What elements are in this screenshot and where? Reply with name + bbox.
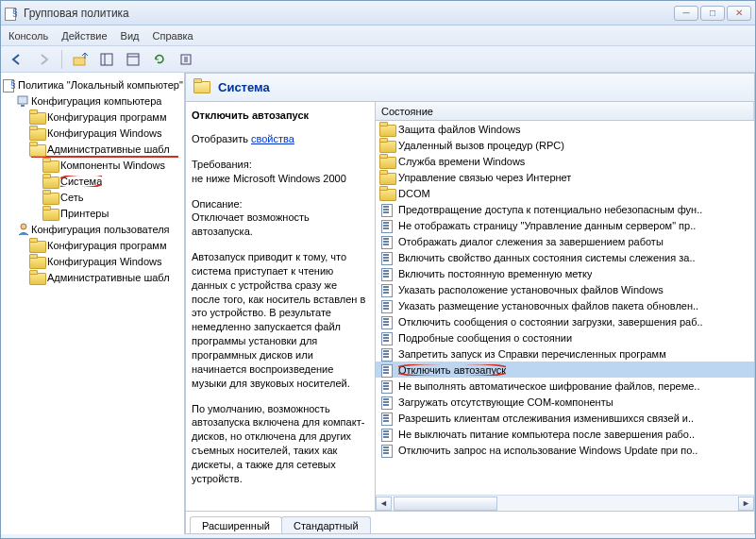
up-button[interactable] bbox=[70, 49, 91, 70]
policy-icon bbox=[379, 235, 395, 248]
list-item[interactable]: Не выключать питание компьютера после за… bbox=[376, 426, 754, 442]
toolbar bbox=[1, 46, 755, 73]
tree-label: Система bbox=[60, 176, 102, 187]
list-item[interactable]: Отключить сообщения о состоянии загрузки… bbox=[376, 313, 754, 329]
svg-rect-6 bbox=[18, 96, 27, 104]
minimize-button[interactable]: ─ bbox=[674, 6, 698, 21]
list-item-label: Защита файлов Windows bbox=[398, 124, 521, 135]
list-item[interactable]: Удаленный вызов процедур (RPC) bbox=[376, 137, 754, 153]
computer-config-icon bbox=[16, 93, 31, 109]
scroll-thumb[interactable] bbox=[394, 497, 497, 511]
list-item[interactable]: Загружать отсутствующие COM-компоненты bbox=[376, 394, 754, 410]
list-item[interactable]: Указать расположение установочных файлов… bbox=[376, 281, 754, 297]
list-item[interactable]: Отключить автозапуск bbox=[376, 362, 754, 378]
tree-node[interactable]: Система bbox=[3, 173, 184, 189]
list-item[interactable]: Включить свойство данных состояния систе… bbox=[376, 249, 754, 265]
folder-icon bbox=[42, 207, 58, 220]
properties-link[interactable]: свойства bbox=[251, 133, 294, 144]
list-item-label: Не выключать питание компьютера после за… bbox=[398, 429, 695, 440]
list-item[interactable]: Запретить запуск из Справки перечисленны… bbox=[376, 345, 754, 362]
list-rows[interactable]: Защита файлов WindowsУдаленный вызов про… bbox=[376, 121, 754, 495]
user-config-icon bbox=[16, 222, 31, 237]
policy-icon bbox=[379, 363, 395, 377]
resize-grip[interactable] bbox=[1, 534, 755, 538]
tree-node[interactable]: Принтеры bbox=[3, 205, 184, 221]
tree-node[interactable]: Конфигурация компьютера bbox=[3, 93, 184, 109]
show-hide-tree-button[interactable] bbox=[96, 49, 117, 70]
tree-node[interactable]: Компоненты Windows bbox=[3, 157, 184, 173]
tree-node[interactable]: Политика "Локальный компьютер" bbox=[3, 76, 184, 93]
menu-help[interactable]: Справка bbox=[153, 30, 193, 42]
window-title: Групповая политика bbox=[24, 7, 674, 20]
menu-console[interactable]: Консоль bbox=[8, 30, 48, 42]
forward-button[interactable] bbox=[33, 49, 54, 70]
tree-label: Компоненты Windows bbox=[60, 160, 165, 171]
tree-node[interactable]: Административные шабл bbox=[3, 269, 184, 285]
policy-icon bbox=[379, 251, 395, 264]
properties-button[interactable] bbox=[123, 49, 143, 70]
view-tabs: Расширенный Стандартный bbox=[186, 511, 754, 533]
folder-icon bbox=[42, 159, 58, 172]
list-item[interactable]: Предотвращение доступа к потенциально не… bbox=[376, 201, 754, 217]
tree-node[interactable]: Конфигурация программ bbox=[3, 237, 184, 253]
back-button[interactable] bbox=[7, 49, 27, 70]
list-item-label: Указать размещение установочных файлов п… bbox=[398, 300, 698, 312]
folder-icon bbox=[379, 171, 395, 184]
list-item-label: Не отображать страницу "Управление данны… bbox=[398, 220, 696, 231]
policy-icon bbox=[379, 203, 395, 216]
policy-icon bbox=[379, 396, 395, 409]
list-item[interactable]: Указать размещение установочных файлов п… bbox=[376, 297, 754, 313]
scroll-left-button[interactable]: ◄ bbox=[376, 497, 392, 511]
policy-icon bbox=[379, 347, 395, 361]
export-button[interactable] bbox=[176, 49, 196, 70]
policy-icon bbox=[379, 283, 395, 296]
tree-node[interactable]: Конфигурация пользователя bbox=[3, 221, 184, 237]
tab-standard[interactable]: Стандартный bbox=[281, 516, 371, 534]
close-button[interactable]: ✕ bbox=[727, 6, 751, 21]
list-item[interactable]: Управление связью через Интернет bbox=[376, 169, 754, 185]
menu-view[interactable]: Вид bbox=[121, 30, 140, 42]
details-header: Система bbox=[186, 74, 754, 102]
toolbar-separator bbox=[61, 50, 62, 69]
folder-icon bbox=[29, 143, 44, 156]
policy-heading: Отключить автозапуск bbox=[192, 109, 367, 121]
tab-extended[interactable]: Расширенный bbox=[190, 516, 282, 534]
requirements: Требования: не ниже Microsoft Windows 20… bbox=[192, 158, 367, 186]
list-item-label: Управление связью через Интернет bbox=[398, 172, 571, 183]
tree-node[interactable]: Конфигурация программ bbox=[3, 109, 184, 125]
tree-node[interactable]: Конфигурация Windows bbox=[3, 125, 184, 141]
list-item[interactable]: Отключить запрос на использование Window… bbox=[376, 442, 754, 458]
folder-icon bbox=[29, 126, 44, 140]
list-item[interactable]: Разрешить клиентам отслеживания изменивш… bbox=[376, 410, 754, 426]
tree-node[interactable]: Административные шабл bbox=[3, 141, 184, 157]
app-window: { "titlebar": { "title": "Групповая поли… bbox=[0, 0, 756, 539]
list-item[interactable]: Включить постоянную временную метку bbox=[376, 265, 754, 281]
list-item[interactable]: Не выполнять автоматическое шифрование ф… bbox=[376, 378, 754, 394]
tree-pane[interactable]: Политика "Локальный компьютер"Конфигурац… bbox=[1, 73, 185, 534]
tree-label: Принтеры bbox=[60, 208, 109, 219]
col-state[interactable]: Состояние bbox=[376, 102, 754, 120]
list-item[interactable]: Подробные сообщения о состоянии bbox=[376, 329, 754, 345]
folder-icon bbox=[379, 155, 395, 168]
tree-label: Конфигурация компьютера bbox=[31, 95, 161, 107]
list-item[interactable]: Служба времени Windows bbox=[376, 153, 754, 169]
maximize-button[interactable]: □ bbox=[700, 6, 725, 21]
list-item[interactable]: DCOM bbox=[376, 185, 754, 201]
gp-icon bbox=[3, 77, 18, 93]
list-item[interactable]: Не отображать страницу "Управление данны… bbox=[376, 217, 754, 233]
list-item[interactable]: Защита файлов Windows bbox=[376, 121, 754, 137]
list-item-label: Предотвращение доступа к потенциально не… bbox=[398, 204, 702, 215]
horizontal-scrollbar[interactable]: ◄ ► bbox=[376, 495, 754, 511]
folder-icon bbox=[29, 255, 44, 268]
list-item[interactable]: Отображать диалог слежения за завершение… bbox=[376, 233, 754, 249]
menu-action[interactable]: Действие bbox=[61, 30, 107, 42]
list-item-label: Разрешить клиентам отслеживания изменивш… bbox=[398, 413, 694, 424]
description-p3: По умолчанию, возможность автозапуска вк… bbox=[192, 402, 367, 486]
scroll-right-button[interactable]: ► bbox=[738, 497, 754, 511]
svg-rect-3 bbox=[127, 54, 139, 65]
list-header: Состояние bbox=[376, 102, 754, 121]
tree-node[interactable]: Сеть bbox=[3, 189, 184, 205]
tree-node[interactable]: Конфигурация Windows bbox=[3, 253, 184, 269]
tree-label: Конфигурация программ bbox=[47, 240, 166, 251]
refresh-button[interactable] bbox=[149, 49, 170, 70]
